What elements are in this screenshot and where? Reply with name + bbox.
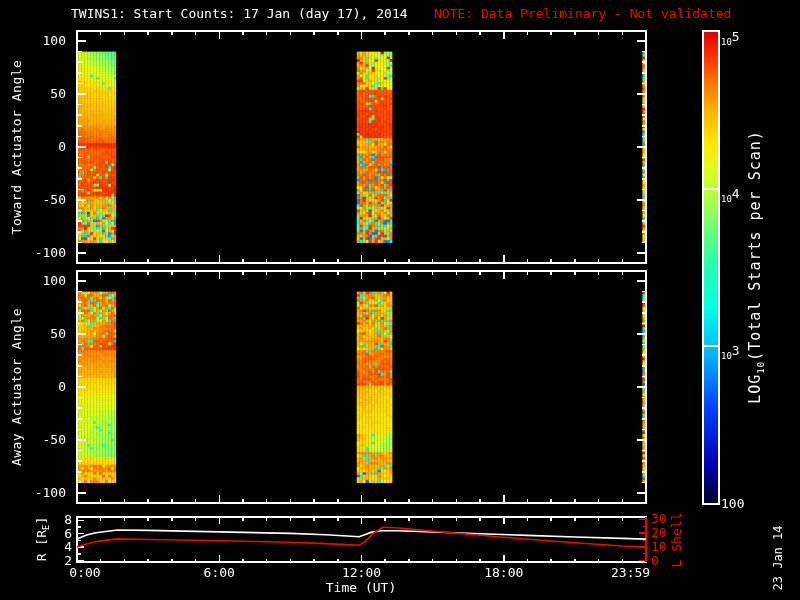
angle-tick-label: 50 (34, 327, 66, 340)
time-axis-title: Time (UT) (301, 581, 421, 594)
away-axis-title: Away Actuator Angle (10, 308, 23, 466)
plot-title: TWINS1: Start Counts: 17 Jan (day 17), 2… (71, 7, 408, 20)
l-tick-label: 20 (651, 526, 677, 539)
l-tick-label: 10 (651, 540, 677, 553)
time-tick-label: 18:00 (469, 566, 539, 579)
time-tick-label: 12:00 (327, 566, 397, 579)
angle-tick-label: -50 (34, 433, 66, 446)
colorbar-tick-label: 105 (721, 30, 740, 47)
date-stamp: 23 Jan 14 (772, 525, 784, 590)
colorbar-title: LOG10(Total Starts per Scan) (748, 130, 766, 404)
angle-tick-label: 0 (34, 140, 66, 153)
axes-overlay (0, 0, 800, 600)
angle-tick-label: 100 (34, 274, 66, 287)
angle-tick-label: -100 (34, 246, 66, 259)
preliminary-note: NOTE: Data Preliminary - Not validated (434, 7, 731, 20)
angle-tick-label: 0 (34, 380, 66, 393)
r-tick-label: 8 (48, 513, 72, 526)
angle-tick-label: -50 (34, 193, 66, 206)
twins-start-counts-figure: TWINS1: Start Counts: 17 Jan (day 17), 2… (0, 0, 800, 600)
r-tick-label: 6 (48, 527, 72, 540)
colorbar-tick-label: 100 (721, 497, 744, 510)
colorbar-tick-label: 103 (721, 344, 740, 361)
r-tick-label: 4 (48, 540, 72, 553)
colorbar-tick-label: 104 (721, 187, 740, 204)
angle-tick-label: -100 (34, 486, 66, 499)
time-tick-label: 0:00 (50, 566, 120, 579)
angle-tick-label: 50 (34, 87, 66, 100)
angle-tick-label: 100 (34, 34, 66, 47)
l-tick-label: 0 (651, 554, 677, 567)
time-tick-label: 23:59 (596, 566, 666, 579)
l-tick-label: 30 (651, 512, 677, 525)
toward-axis-title: Toward Actuator Angle (10, 60, 23, 235)
time-tick-label: 6:00 (184, 566, 254, 579)
